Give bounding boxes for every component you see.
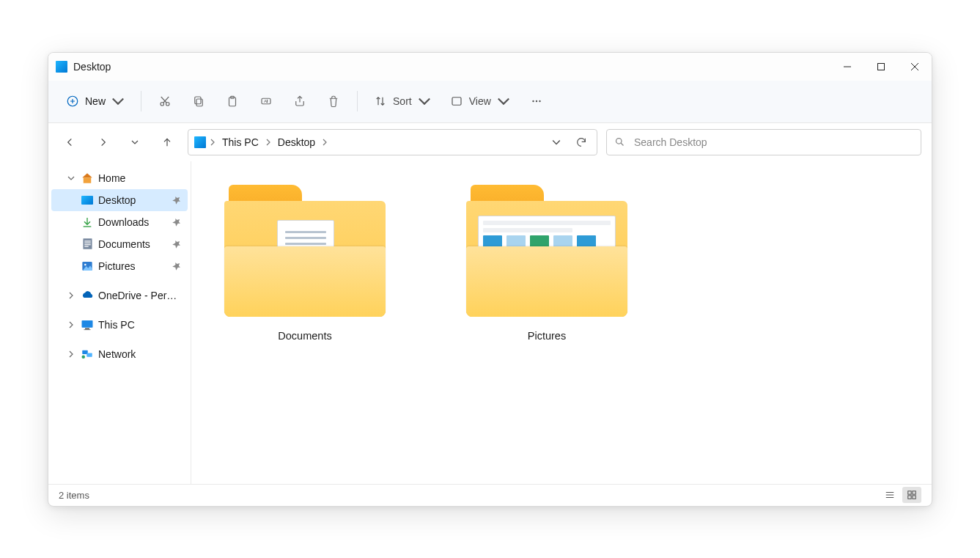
sidebar-item-label: Downloads bbox=[98, 216, 167, 228]
content-pane[interactable]: Documents bbox=[191, 161, 932, 484]
svg-line-24 bbox=[621, 143, 623, 145]
svg-rect-31 bbox=[84, 246, 88, 247]
folder-item-pictures[interactable]: Pictures bbox=[455, 176, 638, 350]
chevron-right-icon bbox=[209, 139, 216, 146]
svg-rect-34 bbox=[82, 320, 93, 328]
onedrive-icon bbox=[81, 289, 94, 302]
new-button-label: New bbox=[85, 95, 106, 107]
sidebar-item-label: Desktop bbox=[98, 194, 167, 206]
explorer-window: Desktop New A bbox=[48, 52, 932, 507]
rename-button[interactable]: A bbox=[251, 88, 281, 114]
close-button[interactable] bbox=[898, 53, 932, 81]
sidebar-item-onedrive[interactable]: OneDrive - Personal bbox=[51, 284, 188, 306]
address-history-button[interactable] bbox=[545, 131, 567, 153]
delete-button[interactable] bbox=[319, 88, 348, 114]
titlebar: Desktop bbox=[48, 53, 932, 81]
svg-point-21 bbox=[539, 100, 540, 102]
expand-toggle[interactable] bbox=[66, 320, 76, 330]
expand-toggle[interactable] bbox=[66, 173, 76, 183]
paste-button[interactable] bbox=[218, 88, 247, 114]
breadcrumb-label: Desktop bbox=[278, 136, 315, 148]
nav-back-button[interactable] bbox=[59, 131, 82, 154]
chevron-down-icon bbox=[418, 95, 431, 108]
search-input[interactable] bbox=[633, 136, 913, 149]
sort-button-label: Sort bbox=[393, 95, 412, 107]
sidebar: Home Desktop Downloads bbox=[48, 161, 191, 484]
desktop-icon bbox=[56, 61, 67, 73]
svg-point-20 bbox=[536, 100, 537, 102]
expand-toggle[interactable] bbox=[66, 349, 76, 359]
share-button[interactable] bbox=[285, 88, 314, 114]
svg-rect-43 bbox=[908, 491, 911, 494]
svg-rect-30 bbox=[84, 244, 91, 245]
svg-text:A: A bbox=[264, 99, 267, 103]
folder-label: Pictures bbox=[528, 330, 566, 342]
svg-rect-18 bbox=[452, 98, 461, 106]
pin-icon bbox=[169, 193, 184, 208]
chevron-down-icon bbox=[111, 95, 125, 108]
body: Home Desktop Downloads bbox=[48, 161, 932, 484]
search-icon bbox=[614, 136, 625, 147]
sidebar-item-label: OneDrive - Personal bbox=[98, 290, 182, 301]
pictures-icon bbox=[81, 260, 94, 273]
address-bar[interactable]: This PC Desktop bbox=[188, 129, 597, 155]
svg-rect-45 bbox=[908, 496, 911, 499]
sidebar-item-desktop[interactable]: Desktop bbox=[51, 189, 188, 211]
sidebar-item-label: Home bbox=[98, 172, 182, 184]
svg-rect-29 bbox=[84, 243, 91, 243]
view-button[interactable]: View bbox=[443, 88, 517, 114]
svg-rect-1 bbox=[878, 63, 885, 70]
folder-item-documents[interactable]: Documents bbox=[213, 176, 397, 350]
sidebar-item-thispc[interactable]: This PC bbox=[51, 314, 188, 336]
chevron-right-icon bbox=[321, 139, 328, 146]
window-title: Desktop bbox=[73, 61, 111, 73]
home-icon bbox=[81, 172, 94, 185]
more-button[interactable] bbox=[522, 88, 551, 114]
svg-point-19 bbox=[532, 100, 534, 102]
svg-rect-11 bbox=[196, 99, 202, 106]
svg-point-23 bbox=[616, 139, 622, 144]
breadcrumb-label: This PC bbox=[222, 136, 259, 148]
sidebar-item-pictures[interactable]: Pictures bbox=[51, 255, 188, 277]
sidebar-item-label: Pictures bbox=[98, 260, 167, 272]
minimize-button[interactable] bbox=[830, 53, 864, 81]
documents-icon bbox=[81, 238, 94, 251]
maximize-button[interactable] bbox=[864, 53, 898, 81]
pin-icon bbox=[169, 259, 184, 274]
nav-recent-button[interactable] bbox=[123, 131, 147, 154]
svg-rect-27 bbox=[83, 238, 92, 249]
copy-button[interactable] bbox=[184, 88, 213, 114]
breadcrumb-desktop[interactable]: Desktop bbox=[275, 135, 318, 150]
details-view-button[interactable] bbox=[880, 487, 899, 503]
svg-rect-44 bbox=[913, 491, 915, 494]
refresh-button[interactable] bbox=[570, 131, 592, 153]
breadcrumb-this-pc[interactable]: This PC bbox=[219, 135, 262, 150]
sort-button[interactable]: Sort bbox=[366, 88, 438, 114]
svg-rect-35 bbox=[85, 328, 89, 329]
search-box[interactable] bbox=[606, 129, 921, 155]
address-row: This PC Desktop bbox=[48, 123, 932, 161]
new-button[interactable]: New bbox=[59, 88, 132, 114]
sidebar-item-downloads[interactable]: Downloads bbox=[51, 211, 188, 233]
sidebar-item-label: Documents bbox=[98, 238, 167, 250]
separator bbox=[141, 91, 141, 111]
sidebar-item-network[interactable]: Network bbox=[51, 343, 188, 365]
svg-rect-12 bbox=[195, 97, 201, 104]
folder-icon bbox=[466, 185, 627, 317]
nav-up-button[interactable] bbox=[155, 131, 179, 154]
svg-point-39 bbox=[82, 355, 86, 359]
expand-toggle[interactable] bbox=[66, 290, 76, 301]
sidebar-item-documents[interactable]: Documents bbox=[51, 233, 188, 255]
location-icon bbox=[194, 136, 206, 148]
folder-icon bbox=[224, 185, 386, 317]
network-icon bbox=[81, 348, 94, 361]
chevron-right-icon bbox=[265, 139, 272, 146]
cut-button[interactable] bbox=[150, 88, 180, 114]
desktop-icon bbox=[81, 194, 94, 207]
sidebar-item-home[interactable]: Home bbox=[51, 167, 188, 189]
thispc-icon bbox=[81, 318, 94, 331]
thumbnails-view-button[interactable] bbox=[902, 487, 921, 503]
svg-rect-38 bbox=[86, 353, 92, 356]
nav-forward-button[interactable] bbox=[91, 131, 114, 154]
separator bbox=[357, 91, 358, 111]
